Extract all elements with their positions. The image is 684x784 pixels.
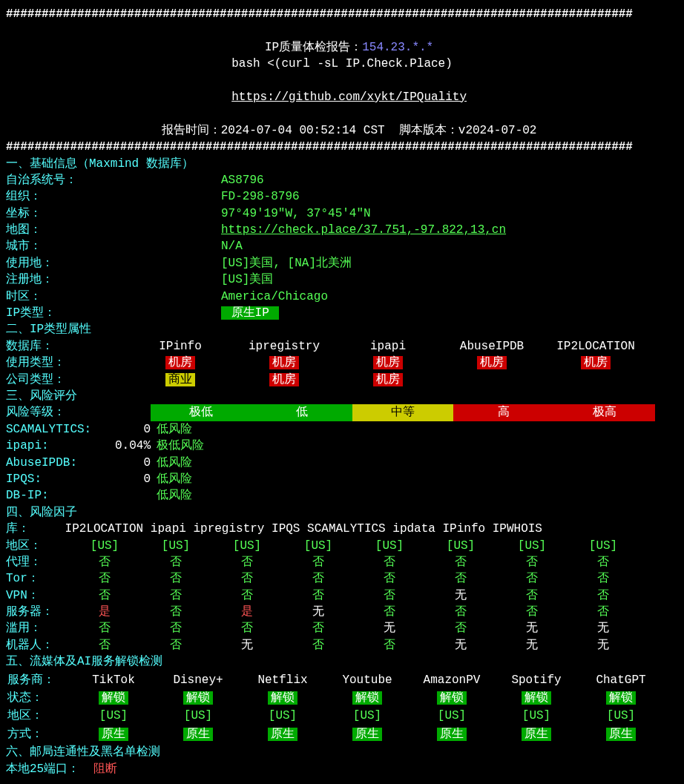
factor-cell: [US] xyxy=(568,538,639,554)
section-5-title: 五、流媒体及AI服务解锁检测 xyxy=(6,653,678,670)
map-link[interactable]: https://check.place/37.751,-97.822,13,cn xyxy=(221,223,506,237)
risk-result: 低风险 xyxy=(157,489,192,502)
unlock-tag: 解锁 xyxy=(437,691,467,705)
factor-cell: [US] xyxy=(69,538,140,554)
section-6-title: 六、邮局连通性及黑名单检测 xyxy=(6,744,678,760)
factor-cell: 否 xyxy=(496,587,568,604)
factor-cell: 否 xyxy=(568,570,639,587)
factor-cell: 无 xyxy=(425,587,496,604)
port25-status: 阻断 xyxy=(93,762,117,776)
factor-cell: 否 xyxy=(69,637,140,653)
factor-cell: 否 xyxy=(425,604,496,620)
bash-cmd: bash <(curl -sL IP.Check.Place) xyxy=(6,56,678,72)
factor-cell: 否 xyxy=(568,554,639,570)
type-tag: 机房 xyxy=(581,356,611,369)
title-line: IP质量体检报告：154.23.*.* xyxy=(6,22,678,56)
factor-cell: 否 xyxy=(354,554,425,570)
factor-cell: 否 xyxy=(140,587,211,604)
unlock-tag: 解锁 xyxy=(183,691,213,705)
section-3-title: 三、风险评分 xyxy=(6,388,678,404)
type-tag: 机房 xyxy=(269,356,299,369)
unlock-tag: 解锁 xyxy=(606,691,636,705)
db-header: IP2LOCATION xyxy=(544,338,648,355)
report-meta: 报告时间：2024-07-04 00:52:14 CST 脚本版本：v2024-… xyxy=(6,105,678,139)
unlock-tag: 解锁 xyxy=(522,691,551,705)
method-tag: 原生 xyxy=(522,728,551,741)
factor-cell: [US] xyxy=(354,538,425,554)
provider-header: Disney+ xyxy=(157,672,240,688)
section-1-title: 一、基础信息（Maxmind 数据库） xyxy=(6,156,678,172)
method-tag: 原生 xyxy=(606,728,636,741)
region-cell: [US] xyxy=(579,708,662,724)
risk-factor-table: 地区：[US][US][US][US][US][US][US][US]代理：否否… xyxy=(6,538,639,654)
risk-result: 低风险 xyxy=(157,456,192,470)
provider-header: TikTok xyxy=(72,672,155,688)
factor-cell: 无 xyxy=(354,620,425,636)
type-tag: 机房 xyxy=(373,373,403,386)
db-header: IPinfo xyxy=(128,338,232,355)
factor-cell: 无 xyxy=(283,604,354,620)
factor-cell: 否 xyxy=(140,554,211,570)
factor-cell: 否 xyxy=(283,554,354,570)
factor-cell: 否 xyxy=(140,620,211,636)
factor-cell: 否 xyxy=(425,554,496,570)
db-header: AbuseIPDB xyxy=(440,338,544,355)
method-tag: 原生 xyxy=(183,728,213,741)
region-cell: [US] xyxy=(72,708,155,724)
factor-cell: 否 xyxy=(496,570,568,587)
region-cell: [US] xyxy=(241,708,324,724)
unlock-tag: 解锁 xyxy=(352,691,382,705)
risk-result: 极低风险 xyxy=(157,439,204,452)
factor-cell: 是 xyxy=(69,604,140,620)
factor-cell: 否 xyxy=(211,587,283,604)
provider-header: Netflix xyxy=(241,672,324,688)
asn-label: 自治系统号： xyxy=(6,172,221,188)
factor-cell: 否 xyxy=(140,604,211,620)
type-tag: 机房 xyxy=(373,356,403,369)
factor-cell: 无 xyxy=(568,620,639,636)
provider-header: Spotify xyxy=(495,672,578,688)
factor-cell: 否 xyxy=(283,570,354,587)
region-cell: [US] xyxy=(326,708,409,724)
factor-cell: 否 xyxy=(69,587,140,604)
unlock-tag: 解锁 xyxy=(99,691,128,705)
risk-bar: 极低 低 中等 高 极高 xyxy=(151,404,655,421)
divider-mid: ########################################… xyxy=(6,139,678,155)
media-unlock-table: 服务商：TikTokDisney+NetflixYoutubeAmazonPVS… xyxy=(6,671,664,745)
github-link[interactable]: https://github.com/xykt/IPQuality xyxy=(231,90,467,104)
factor-cell: 否 xyxy=(354,587,425,604)
factor-cell: 否 xyxy=(425,570,496,587)
provider-header: AmazonPV xyxy=(410,672,493,688)
factor-cell: [US] xyxy=(283,538,354,554)
factor-cell: 否 xyxy=(496,554,568,570)
factor-cell: 否 xyxy=(140,570,211,587)
section-2-title: 二、IP类型属性 xyxy=(6,321,678,337)
factor-cell: 否 xyxy=(211,570,283,587)
unlock-tag: 解锁 xyxy=(268,691,297,705)
provider-header: ChatGPT xyxy=(579,672,662,688)
factor-cell: 无 xyxy=(496,620,568,636)
factor-cell: [US] xyxy=(425,538,496,554)
provider-header: Youtube xyxy=(326,672,409,688)
factor-cell: 否 xyxy=(211,620,283,636)
risk-result: 低风险 xyxy=(157,472,192,486)
factor-cell: 否 xyxy=(568,604,639,620)
factor-cell: 否 xyxy=(211,554,283,570)
factor-cell: 无 xyxy=(496,637,568,653)
factor-cell: 否 xyxy=(354,604,425,620)
factor-cell: [US] xyxy=(140,538,211,554)
db-header: ipregistry xyxy=(232,338,336,355)
factor-cell: 否 xyxy=(69,620,140,636)
method-tag: 原生 xyxy=(99,728,128,741)
section-4-title: 四、风险因子 xyxy=(6,504,678,521)
factor-cell: 否 xyxy=(283,587,354,604)
db-header: ipapi xyxy=(336,338,440,355)
factor-cell: 否 xyxy=(283,637,354,653)
factor-cell: 是 xyxy=(211,604,283,620)
risk-result: 低风险 xyxy=(157,423,192,436)
factor-cell: 否 xyxy=(354,637,425,653)
region-cell: [US] xyxy=(410,708,493,724)
factor-cell: 无 xyxy=(425,637,496,653)
type-tag: 机房 xyxy=(165,356,195,369)
type-tag: 机房 xyxy=(269,373,299,386)
